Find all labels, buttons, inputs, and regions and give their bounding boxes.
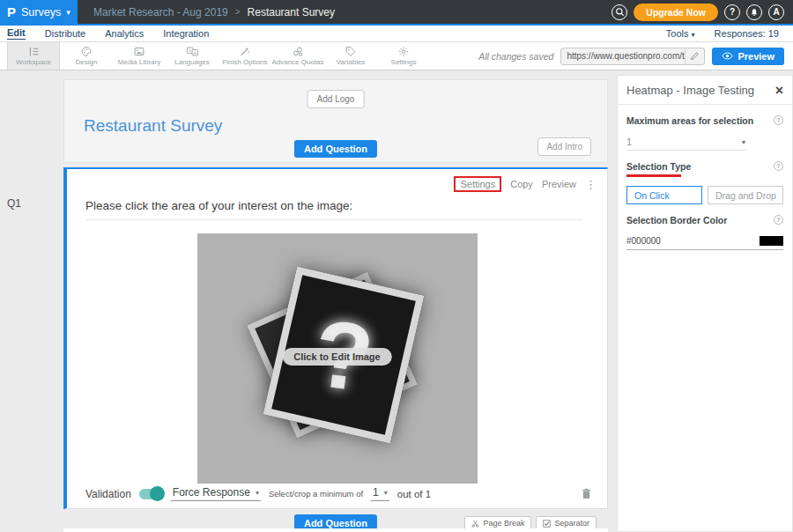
selection-type-section: Selection Type ? On Click Drag and Drop	[618, 151, 792, 204]
tab-integration[interactable]: Integration	[163, 28, 209, 40]
help-icon[interactable]: ?	[774, 215, 783, 225]
panel-header: Heatmap - Image Testing ×	[618, 76, 792, 105]
toolbar-label: Workspace	[16, 58, 51, 66]
tools-menu[interactable]: Tools ▾	[666, 28, 695, 39]
question-text[interactable]: Please click the area of your interest o…	[85, 199, 582, 220]
avatar: A	[773, 7, 779, 17]
help-icon[interactable]: ?	[774, 115, 783, 125]
color-swatch[interactable]	[760, 236, 783, 246]
help-icon: ?	[730, 7, 735, 17]
question-number-label: Q1	[7, 197, 21, 210]
account-button[interactable]: A	[768, 4, 784, 20]
help-button[interactable]: ?	[724, 4, 740, 20]
toolbar-label: Design	[76, 58, 98, 66]
toolbar-label: Media Library	[118, 58, 160, 66]
tab-edit[interactable]: Edit	[7, 27, 26, 40]
chevron-down-icon: ▾	[742, 138, 745, 146]
survey-url-text[interactable]: https://www.questionpro.com/t/APNrFZ	[561, 51, 685, 61]
selection-type-label: Selection Type	[626, 161, 691, 172]
toolbar-label: Settings	[391, 58, 417, 66]
responses-count[interactable]: Responses: 19	[715, 28, 779, 39]
selection-type-drag-drop-button[interactable]: Drag and Drop	[708, 186, 783, 204]
toolbar-item-media-library[interactable]: Media Library	[113, 42, 166, 70]
validation-label: Validation	[85, 488, 131, 500]
add-intro-button[interactable]: Add Intro	[537, 137, 591, 156]
toolbar-right: All changes saved https://www.questionpr…	[478, 42, 793, 70]
max-areas-value: 1	[626, 137, 632, 147]
tab-distribute[interactable]: Distribute	[45, 28, 85, 40]
toolbar-label: Languages	[174, 58, 210, 66]
image-icon	[133, 46, 145, 57]
survey-header-card: Add Logo Restaurant Survey Add Question …	[63, 79, 608, 163]
border-color-label: Selection Border Color	[626, 215, 727, 225]
click-to-edit-image-button[interactable]: Click to Edit Image	[282, 348, 391, 366]
toolbar-item-design[interactable]: Design	[60, 42, 113, 70]
panel-title: Heatmap - Image Testing	[626, 84, 754, 97]
help-icon[interactable]: ?	[774, 161, 783, 171]
add-question-label: Add Question	[304, 518, 367, 528]
border-color-section: Selection Border Color ? #000000	[618, 204, 792, 250]
max-areas-dropdown[interactable]: 1 ▾	[626, 137, 745, 151]
next-section-edge	[63, 528, 608, 532]
minimum-value: 1	[373, 486, 379, 499]
toolbar-label: Finish Options	[222, 58, 267, 66]
heatmap-image-placeholder[interactable]: ? Click to Edit Image	[197, 233, 478, 484]
quotas-icon	[292, 46, 304, 57]
upgrade-label: Upgrade Now	[646, 7, 706, 18]
breadcrumb-separator: >	[235, 7, 241, 17]
chevron-down-icon: ▾	[384, 489, 388, 497]
selection-type-on-click-button[interactable]: On Click	[626, 186, 702, 204]
out-of-text: out of 1	[397, 489, 431, 499]
question-preview-button[interactable]: Preview	[542, 179, 576, 189]
validation-rule-value: Force Response	[173, 486, 250, 499]
notifications-button[interactable]	[746, 4, 762, 20]
delete-question-button[interactable]	[582, 488, 591, 499]
page-break-label: Page Break	[483, 519, 524, 528]
question-card: Settings Copy Preview ⋮ Please click the…	[63, 167, 608, 509]
max-areas-section: Maximum areas for selection ? 1 ▾	[618, 105, 792, 151]
search-button[interactable]	[611, 4, 627, 20]
tools-label: Tools	[666, 28, 689, 39]
palette-icon	[80, 46, 93, 57]
questionpro-logo-icon: P	[7, 4, 16, 19]
question-copy-button[interactable]: Copy	[510, 179, 533, 189]
top-bar: P Surveys ▾ Market Research - Aug 2019 >…	[0, 0, 793, 26]
toolbar-item-finish-options[interactable]: Finish Options	[219, 42, 271, 70]
chevron-down-icon: ▾	[692, 31, 695, 39]
validation-toggle[interactable]	[139, 489, 163, 499]
chevron-down-icon: ▾	[66, 8, 70, 17]
toolbar-item-settings[interactable]: Settings	[377, 42, 430, 70]
toolbar-item-languages[interactable]: xA Languages	[166, 42, 219, 70]
breadcrumb-parent-link[interactable]: Market Research - Aug 2019	[93, 6, 228, 18]
edit-url-button[interactable]	[685, 48, 704, 64]
chevron-down-icon: ▾	[256, 489, 259, 497]
toolbar-item-advance-quotas[interactable]: Advance Quotas	[271, 42, 324, 70]
tab-analytics[interactable]: Analytics	[105, 28, 144, 40]
magic-wand-icon	[239, 46, 251, 57]
save-status: All changes saved	[478, 51, 553, 62]
kebab-menu-icon[interactable]: ⋮	[585, 178, 597, 191]
workspace-icon	[27, 46, 41, 57]
upgrade-button[interactable]: Upgrade Now	[634, 4, 718, 21]
survey-url-field[interactable]: https://www.questionpro.com/t/APNrFZ	[560, 48, 705, 65]
add-logo-button[interactable]: Add Logo	[308, 90, 365, 108]
minimum-select-text: Select/crop a minimum of	[269, 489, 363, 499]
breadcrumb: Market Research - Aug 2019 > Restaurant …	[78, 6, 335, 18]
gear-icon	[397, 46, 410, 57]
survey-nav: Edit Distribute Analytics Integration To…	[0, 26, 793, 42]
product-switcher[interactable]: P Surveys ▾	[0, 0, 78, 25]
border-color-field[interactable]: #000000	[626, 236, 783, 250]
survey-title[interactable]: Restaurant Survey	[84, 116, 222, 136]
checkbox-icon	[543, 520, 551, 528]
question-settings-button[interactable]: Settings	[454, 176, 501, 192]
add-question-button-top[interactable]: Add Question	[294, 140, 377, 158]
breadcrumb-current: Restaurant Survey	[248, 6, 335, 18]
toolbar-label: Variables	[337, 58, 366, 66]
close-icon[interactable]: ×	[775, 86, 783, 95]
toolbar-item-variables[interactable]: Variables	[324, 42, 377, 70]
toolbar-item-workspace[interactable]: Workspace	[7, 42, 60, 70]
minimum-value-dropdown[interactable]: 1▾	[371, 486, 389, 501]
preview-button[interactable]: Preview	[712, 48, 784, 65]
validation-rule-dropdown[interactable]: Force Response▾	[171, 486, 261, 501]
preview-label: Preview	[737, 51, 774, 62]
